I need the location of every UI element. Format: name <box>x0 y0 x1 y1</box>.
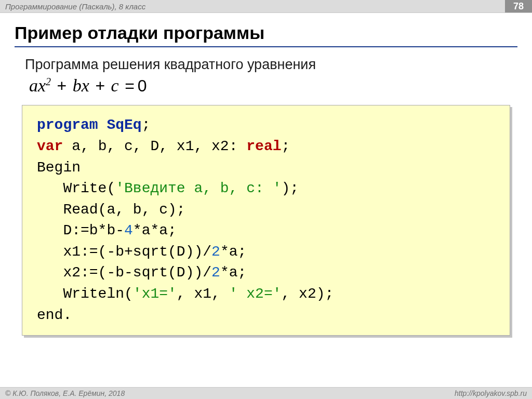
copyright-label: © К.Ю. Поляков, Е.А. Ерёмин, 2018 <box>5 389 125 397</box>
eq-zero: 0 <box>136 76 149 95</box>
code-text: *a; <box>220 244 246 260</box>
page-number-badge: 78 <box>505 0 532 12</box>
code-text: *a; <box>220 264 246 281</box>
eq-x1: x <box>38 76 46 95</box>
eq-b: b <box>73 76 82 95</box>
page-title: Пример отладки программы <box>15 23 517 43</box>
eq-plus1: + <box>56 76 69 95</box>
code-text: ; <box>142 117 151 133</box>
code-text: , x1, <box>177 286 229 302</box>
url-label: http://kpolyakov.spb.ru <box>455 389 527 397</box>
eq-x2: x <box>82 76 89 95</box>
code-text: Read(a, b, c); <box>37 202 185 218</box>
code-text: x2:=(-b-sqrt(D))/ <box>37 264 211 281</box>
code-text: , x2); <box>282 286 334 302</box>
title-rule <box>15 46 517 47</box>
string-literal: 'Введите a, b, c: ' <box>115 180 281 196</box>
eq-plus2: + <box>94 76 107 95</box>
code-block: program SqEq; var a, b, c, D, x1, x2: re… <box>22 105 510 336</box>
string-literal: ' x2=' <box>229 286 282 302</box>
kw-real: real <box>246 138 281 154</box>
bottom-bar: © К.Ю. Поляков, Е.А. Ерёмин, 2018 http:/… <box>0 387 532 399</box>
content-area: Пример отладки программы Программа решен… <box>15 19 517 336</box>
equation: ax2 + bx + c =0 <box>29 76 517 96</box>
code-text: Begin <box>37 159 81 176</box>
eq-c: c <box>111 76 119 95</box>
number-literal: 2 <box>211 244 220 260</box>
eq-a: a <box>29 76 38 95</box>
eq-eq: = <box>123 76 136 95</box>
code-text: ; <box>282 138 290 154</box>
eq-exp: 2 <box>46 76 51 87</box>
code-text: Writeln( <box>37 286 133 302</box>
number-literal: 2 <box>211 264 220 281</box>
code-text: *a*a; <box>133 222 177 238</box>
code-block-wrap: program SqEq; var a, b, c, D, x1, x2: re… <box>22 105 510 336</box>
code-text: x1:=(-b+sqrt(D))/ <box>37 244 211 260</box>
kw-program: program <box>37 117 98 133</box>
slide: Программирование (Паскаль), 8 класс 78 П… <box>0 0 532 399</box>
program-name: SqEq <box>107 117 141 133</box>
top-bar: Программирование (Паскаль), 8 класс <box>0 0 532 13</box>
course-label: Программирование (Паскаль), 8 класс <box>5 2 145 11</box>
number-literal: 4 <box>124 222 133 238</box>
code-text: D:=b*b- <box>37 222 124 238</box>
code-text: ); <box>282 180 299 196</box>
string-literal: 'x1=' <box>133 286 177 302</box>
code-text: Write( <box>37 180 115 196</box>
code-text: a, b, c, D, x1, x2: <box>63 138 246 154</box>
kw-var: var <box>37 138 63 154</box>
subtitle: Программа решения квадратного уравнения <box>25 57 517 73</box>
code-text: end. <box>37 307 72 323</box>
